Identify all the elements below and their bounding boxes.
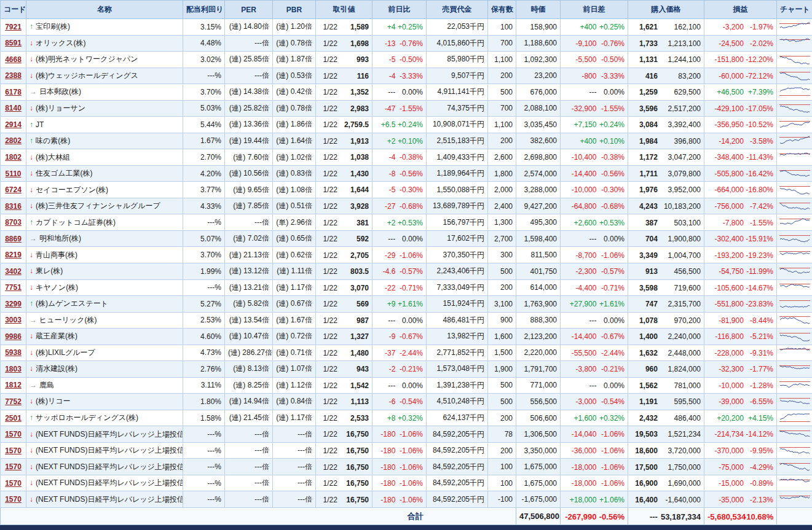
stock-name-cell: ↑宝印刷(株) xyxy=(26,19,183,36)
trade-price: 2,705 xyxy=(337,251,369,260)
sparkline-chart xyxy=(777,296,812,313)
stock-name: (株)リコー xyxy=(36,397,71,405)
stock-code-link[interactable]: 1570 xyxy=(5,446,22,455)
trade-price-cell: 1/221,113 xyxy=(316,394,372,410)
stock-code-link[interactable]: 4668 xyxy=(5,55,22,64)
stock-code-link[interactable]: 1570 xyxy=(5,479,22,488)
stock-code-cell: 9986 xyxy=(1,329,26,345)
trade-price-cell: 1/22993 xyxy=(316,52,372,68)
pbr-value: (連) 1.17倍 xyxy=(273,410,316,426)
profit-loss-cell: -302,400-15.91% xyxy=(704,230,777,247)
trade-date: 1/22 xyxy=(319,23,337,31)
dividend-yield: ---% xyxy=(183,426,225,443)
stock-code-link[interactable]: 7921 xyxy=(5,23,22,31)
market-value: 1,598,400 xyxy=(516,230,561,247)
stock-code-link[interactable]: 1803 xyxy=(5,365,22,373)
stock-code-link[interactable]: 1570 xyxy=(5,430,22,438)
stock-code-link[interactable]: 8219 xyxy=(5,251,22,259)
trade-date: 1/22 xyxy=(319,430,337,438)
shares-held: 2,700 xyxy=(488,230,516,247)
stock-row: 3402↓東レ(株)1.99%(連) 13.12倍(連) 1.11倍1/2280… xyxy=(1,263,812,279)
stock-code-cell: 1570 xyxy=(1,442,26,459)
day-value-diff: -14,400 xyxy=(564,332,596,341)
stock-code-link[interactable]: 2501 xyxy=(5,414,22,423)
profit-loss-cell: -551,800-23.83% xyxy=(704,296,777,313)
stock-name-cell: ↓(株)リコー xyxy=(26,394,183,410)
purchase-cell: 387503,100 xyxy=(628,214,704,231)
profit-loss-percent: -3.58% xyxy=(744,137,773,146)
stock-code-link[interactable]: 2914 xyxy=(5,120,22,129)
stock-code-link[interactable]: 7751 xyxy=(5,283,22,292)
stock-code-link[interactable]: 1802 xyxy=(5,153,22,162)
trading-value: 151,924千円 xyxy=(427,296,488,313)
pbr-value: (連) 0.71倍 xyxy=(273,345,316,361)
stock-code-link[interactable]: 8316 xyxy=(5,202,22,211)
pbr-value: (連) 0.83倍 xyxy=(273,165,316,182)
stock-code-link[interactable]: 2388 xyxy=(5,71,22,80)
stock-row: 2501↑サッポロホールディングス(株)1.58%(連) 21.45倍(連) 1… xyxy=(1,410,812,426)
stock-code-link[interactable]: 3402 xyxy=(5,267,22,276)
stock-code-link[interactable]: 8140 xyxy=(5,104,22,112)
day-change-cell: -2-0.21% xyxy=(372,361,427,378)
col-header-profit-loss: 損益 xyxy=(704,1,777,19)
stock-name: ヒューリック(株) xyxy=(39,316,97,324)
day-diff-cell: ---0.00% xyxy=(561,312,628,329)
sparkline-chart xyxy=(777,165,812,182)
stock-code-link[interactable]: 7752 xyxy=(5,397,22,406)
pbr-value: (連) 1.17倍 xyxy=(273,279,316,296)
stock-code-link[interactable]: 5110 xyxy=(5,170,21,178)
stock-code-link[interactable]: 6178 xyxy=(5,88,22,96)
trading-value: 2,243,406千円 xyxy=(427,263,488,279)
stock-code-link[interactable]: 3299 xyxy=(5,300,22,308)
day-diff-cell: -2,300-0.57% xyxy=(561,263,628,279)
sparkline-chart xyxy=(777,133,812,149)
profit-loss-cell: -356,950-10.52% xyxy=(704,117,777,133)
stock-name-cell: ↓住友ゴム工業(株) xyxy=(26,165,183,182)
stock-code-cell: 1802 xyxy=(1,149,26,166)
stock-code-link[interactable]: 3003 xyxy=(5,316,22,324)
total-market-value: 47,506,800 xyxy=(516,508,561,525)
stock-code-link[interactable]: 1570 xyxy=(5,462,22,471)
col-header-per: PER xyxy=(225,1,273,19)
trend-down-icon: ↓ xyxy=(30,104,33,112)
stock-code-link[interactable]: 9986 xyxy=(5,332,22,341)
pbr-value: (連) 0.78倍 xyxy=(273,100,316,117)
market-value: 2,123,200 xyxy=(516,329,561,345)
dividend-yield: 4.48% xyxy=(183,35,225,52)
market-value: 1,763,900 xyxy=(516,296,561,313)
stock-code-link[interactable]: 2802 xyxy=(5,136,22,145)
day-value-diff-percent: -0.21% xyxy=(596,365,625,373)
pbr-value: ---倍 xyxy=(273,442,316,459)
day-change-cell: -9-0.67% xyxy=(372,329,427,345)
purchase-price: 4,243 xyxy=(631,202,658,211)
day-change-percent: -1.06% xyxy=(395,446,423,455)
day-change-percent: +1.61% xyxy=(395,300,423,308)
stock-name: 日本郵政(株) xyxy=(39,87,81,96)
total-day-diff: -267,990 xyxy=(564,512,596,521)
stock-code-link[interactable]: 8869 xyxy=(5,235,22,243)
day-change-cell: -5-0.30% xyxy=(372,182,427,198)
profit-loss-cell: -664,000-16.80% xyxy=(704,182,777,198)
sparkline-chart xyxy=(777,426,812,443)
profit-loss-cell: -10,000-1.28% xyxy=(704,377,777,394)
total-profit-loss-cell: -5,680,534-10.68% xyxy=(704,508,777,525)
sparkline-chart xyxy=(777,100,812,117)
trade-price: 2,983 xyxy=(337,104,369,113)
stock-code-link[interactable]: 5938 xyxy=(5,348,22,357)
pbr-value: ---倍 xyxy=(273,459,316,475)
stock-code-link[interactable]: 8591 xyxy=(5,39,22,47)
total-day-diff-cell: -267,990-0.56% xyxy=(561,508,628,525)
day-change: --- xyxy=(376,235,395,243)
purchase-total: 396,800 xyxy=(658,137,701,146)
trade-date: 1/22 xyxy=(319,332,337,341)
day-change-cell: -37-2.44% xyxy=(372,345,427,361)
trade-price-cell: 1/221,542 xyxy=(316,377,372,394)
stock-code-link[interactable]: 1812 xyxy=(5,381,22,389)
sparkline-chart xyxy=(777,117,812,133)
stock-name-cell: ↑(株)ムゲンエステート xyxy=(26,296,183,313)
profit-loss-cell: -60,000-72.12% xyxy=(704,68,777,84)
stock-code-link[interactable]: 6724 xyxy=(5,185,22,194)
stock-code-link[interactable]: 1570 xyxy=(5,495,22,504)
stock-code-link[interactable]: 8703 xyxy=(5,218,22,227)
day-diff-cell: +400+0.25% xyxy=(561,19,628,36)
